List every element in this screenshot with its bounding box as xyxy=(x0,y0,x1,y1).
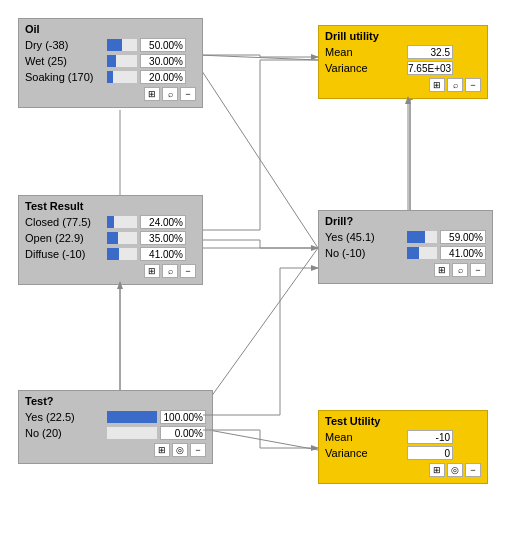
test-utility-footer: ⊞ ◎ − xyxy=(325,463,481,477)
test-utility-label-1: Variance xyxy=(325,447,407,459)
oil-bar-0 xyxy=(107,39,137,51)
test-utility-value-1[interactable]: 0 xyxy=(407,446,453,460)
drill-utility-footer: ⊞ ⌕ − xyxy=(325,78,481,92)
test-result-bar-2 xyxy=(107,248,137,260)
drill-question-pct-0[interactable]: 59.00% xyxy=(440,230,486,244)
test-result-bar-1 xyxy=(107,232,137,244)
oil-footer: ⊞ ⌕ − xyxy=(25,87,196,101)
test-question-label-1: No (20) xyxy=(25,427,107,439)
test-question-row-0: Yes (22.5) 100.00% xyxy=(25,410,206,424)
test-question-node: Test? Yes (22.5) 100.00% No (20) 0.00% ⊞… xyxy=(18,390,213,464)
test-result-label-1: Open (22.9) xyxy=(25,232,107,244)
svg-line-7 xyxy=(198,428,318,450)
svg-line-0 xyxy=(198,55,318,60)
drill-question-row-1: No (-10) 41.00% xyxy=(325,246,486,260)
test-result-label-0: Closed (77.5) xyxy=(25,216,107,228)
test-question-pct-1[interactable]: 0.00% xyxy=(160,426,206,440)
test-result-row-1: Open (22.9) 35.00% xyxy=(25,231,196,245)
test-question-footer: ⊞ ◎ − xyxy=(25,443,206,457)
drill-question-row-0: Yes (45.1) 59.00% xyxy=(325,230,486,244)
test-utility-row-1: Variance 0 xyxy=(325,446,481,460)
test-question-bar-0 xyxy=(107,411,157,423)
test-question-circle-button[interactable]: ◎ xyxy=(172,443,188,457)
test-utility-value-0[interactable]: -10 xyxy=(407,430,453,444)
test-utility-grid-button[interactable]: ⊞ xyxy=(429,463,445,477)
test-question-grid-button[interactable]: ⊞ xyxy=(154,443,170,457)
drill-utility-row-1: Variance 7.65E+03 xyxy=(325,61,481,75)
test-utility-label-0: Mean xyxy=(325,431,407,443)
test-question-pct-0[interactable]: 100.00% xyxy=(160,410,206,424)
test-result-label-2: Diffuse (-10) xyxy=(25,248,107,260)
test-result-pct-2[interactable]: 41.00% xyxy=(140,247,186,261)
oil-label-2: Soaking (170) xyxy=(25,71,107,83)
svg-line-8 xyxy=(198,248,318,415)
test-utility-circle-button[interactable]: ◎ xyxy=(447,463,463,477)
drill-question-label-0: Yes (45.1) xyxy=(325,231,407,243)
oil-label-0: Dry (-38) xyxy=(25,39,107,51)
test-result-footer: ⊞ ⌕ − xyxy=(25,264,196,278)
test-result-pct-1[interactable]: 35.00% xyxy=(140,231,186,245)
drill-utility-minus-button[interactable]: − xyxy=(465,78,481,92)
oil-pct-2[interactable]: 20.00% xyxy=(140,70,186,84)
oil-label-1: Wet (25) xyxy=(25,55,107,67)
oil-title: Oil xyxy=(25,23,196,35)
drill-utility-grid-button[interactable]: ⊞ xyxy=(429,78,445,92)
test-result-title: Test Result xyxy=(25,200,196,212)
drill-question-title: Drill? xyxy=(325,215,486,227)
oil-pct-1[interactable]: 30.00% xyxy=(140,54,186,68)
oil-row-1: Wet (25) 30.00% xyxy=(25,54,196,68)
svg-line-1 xyxy=(198,65,318,248)
oil-bar-1 xyxy=(107,55,137,67)
test-result-row-0: Closed (77.5) 24.00% xyxy=(25,215,196,229)
oil-row-2: Soaking (170) 20.00% xyxy=(25,70,196,84)
oil-pct-0[interactable]: 50.00% xyxy=(140,38,186,52)
drill-utility-label-0: Mean xyxy=(325,46,407,58)
drill-question-grid-button[interactable]: ⊞ xyxy=(434,263,450,277)
drill-utility-title: Drill utility xyxy=(325,30,481,42)
test-question-label-0: Yes (22.5) xyxy=(25,411,107,423)
oil-grid-button[interactable]: ⊞ xyxy=(144,87,160,101)
drill-question-search-button[interactable]: ⌕ xyxy=(452,263,468,277)
oil-search-button[interactable]: ⌕ xyxy=(162,87,178,101)
drill-utility-search-button[interactable]: ⌕ xyxy=(447,78,463,92)
oil-node: Oil Dry (-38) 50.00% Wet (25) 30.00% Soa… xyxy=(18,18,203,108)
test-result-bar-0 xyxy=(107,216,137,228)
test-question-row-1: No (20) 0.00% xyxy=(25,426,206,440)
test-result-minus-button[interactable]: − xyxy=(180,264,196,278)
test-result-search-button[interactable]: ⌕ xyxy=(162,264,178,278)
oil-row-0: Dry (-38) 50.00% xyxy=(25,38,196,52)
drill-question-node: Drill? Yes (45.1) 59.00% No (-10) 41.00%… xyxy=(318,210,493,284)
test-result-node: Test Result Closed (77.5) 24.00% Open (2… xyxy=(18,195,203,285)
drill-utility-label-1: Variance xyxy=(325,62,407,74)
drill-question-label-1: No (-10) xyxy=(325,247,407,259)
drill-question-pct-1[interactable]: 41.00% xyxy=(440,246,486,260)
test-utility-row-0: Mean -10 xyxy=(325,430,481,444)
drill-question-footer: ⊞ ⌕ − xyxy=(325,263,486,277)
test-utility-node: Test Utility Mean -10 Variance 0 ⊞ ◎ − xyxy=(318,410,488,484)
drill-question-bar-0 xyxy=(407,231,437,243)
oil-minus-button[interactable]: − xyxy=(180,87,196,101)
test-result-pct-0[interactable]: 24.00% xyxy=(140,215,186,229)
drill-utility-value-1[interactable]: 7.65E+03 xyxy=(407,61,453,75)
drill-utility-node: Drill utility Mean 32.5 Variance 7.65E+0… xyxy=(318,25,488,99)
test-question-minus-button[interactable]: − xyxy=(190,443,206,457)
test-result-row-2: Diffuse (-10) 41.00% xyxy=(25,247,196,261)
oil-bar-2 xyxy=(107,71,137,83)
test-question-bar-1 xyxy=(107,427,157,439)
test-utility-title: Test Utility xyxy=(325,415,481,427)
drill-utility-value-0[interactable]: 32.5 xyxy=(407,45,453,59)
test-question-title: Test? xyxy=(25,395,206,407)
drill-question-minus-button[interactable]: − xyxy=(470,263,486,277)
test-utility-minus-button[interactable]: − xyxy=(465,463,481,477)
drill-utility-row-0: Mean 32.5 xyxy=(325,45,481,59)
test-result-grid-button[interactable]: ⊞ xyxy=(144,264,160,278)
drill-question-bar-1 xyxy=(407,247,437,259)
